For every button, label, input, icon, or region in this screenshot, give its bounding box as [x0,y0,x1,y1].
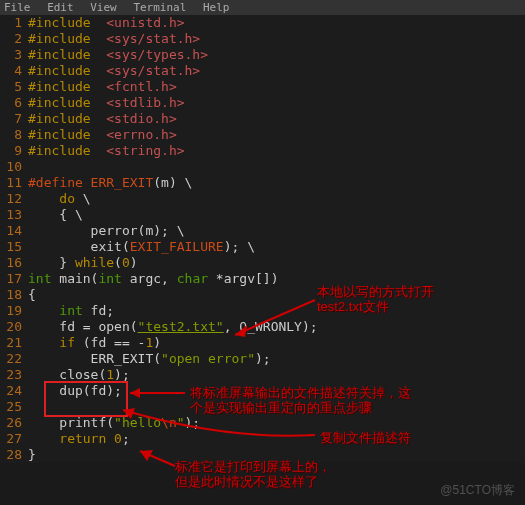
watermark: @51CTO博客 [440,482,515,499]
code-line: 19 int fd; [0,303,525,319]
code-content: do \ [28,191,91,207]
line-number: 9 [0,143,28,159]
menu-terminal[interactable]: Terminal [133,1,186,14]
line-number: 14 [0,223,28,239]
code-content: #include <stdlib.h> [28,95,185,111]
menu-bar: File Edit View Terminal Help [0,0,525,15]
line-number: 11 [0,175,28,191]
code-line: 24 dup(fd); [0,383,525,399]
line-number: 22 [0,351,28,367]
code-line: 3#include <sys/types.h> [0,47,525,63]
code-line: 14 perror(m); \ [0,223,525,239]
code-content: fd = open("test2.txt", O_WRONLY); [28,319,318,335]
menu-file[interactable]: File [4,1,31,14]
menu-help[interactable]: Help [203,1,230,14]
line-number: 19 [0,303,28,319]
code-line: 25 [0,399,525,415]
code-line: 1#include <unistd.h> [0,15,525,31]
line-number: 2 [0,31,28,47]
line-number: 28 [0,447,28,463]
code-content: #include <errno.h> [28,127,177,143]
code-line: 15 exit(EXIT_FAILURE); \ [0,239,525,255]
code-line: 10 [0,159,525,175]
line-number: 16 [0,255,28,271]
code-content: printf("hello\n"); [28,415,200,431]
code-content: int main(int argc, char *argv[]) [28,271,279,287]
line-number: 21 [0,335,28,351]
line-number: 6 [0,95,28,111]
code-content: #include <sys/stat.h> [28,63,200,79]
code-line: 12 do \ [0,191,525,207]
code-line: 17int main(int argc, char *argv[]) [0,271,525,287]
line-number: 7 [0,111,28,127]
code-line: 26 printf("hello\n"); [0,415,525,431]
code-content: #include <string.h> [28,143,185,159]
line-number: 3 [0,47,28,63]
line-number: 8 [0,127,28,143]
line-number: 1 [0,15,28,31]
code-content: { [28,287,36,303]
line-number: 26 [0,415,28,431]
code-content: #include <unistd.h> [28,15,185,31]
menu-view[interactable]: View [90,1,117,14]
line-number: 20 [0,319,28,335]
code-content: ERR_EXIT("open error"); [28,351,271,367]
line-number: 15 [0,239,28,255]
line-number: 27 [0,431,28,447]
code-line: 5#include <fcntl.h> [0,79,525,95]
code-line: 8#include <errno.h> [0,127,525,143]
code-editor[interactable]: 1#include <unistd.h>2#include <sys/stat.… [0,15,525,463]
code-line: 18{ [0,287,525,303]
line-number: 12 [0,191,28,207]
code-line: 7#include <stdio.h> [0,111,525,127]
line-number: 13 [0,207,28,223]
code-content: #include <sys/types.h> [28,47,208,63]
code-line: 2#include <sys/stat.h> [0,31,525,47]
line-number: 24 [0,383,28,399]
code-line: 28} [0,447,525,463]
code-line: 4#include <sys/stat.h> [0,63,525,79]
code-content: #include <fcntl.h> [28,79,177,95]
code-content: perror(m); \ [28,223,185,239]
code-line: 21 if (fd == -1) [0,335,525,351]
code-line: 11#define ERR_EXIT(m) \ [0,175,525,191]
code-content: } while(0) [28,255,138,271]
line-number: 5 [0,79,28,95]
code-line: 6#include <stdlib.h> [0,95,525,111]
code-content: #include <sys/stat.h> [28,31,200,47]
line-number: 18 [0,287,28,303]
code-line: 9#include <string.h> [0,143,525,159]
code-content: { \ [28,207,83,223]
code-content: #define ERR_EXIT(m) \ [28,175,192,191]
code-line: 16 } while(0) [0,255,525,271]
code-content: } [28,447,36,463]
code-content: close(1); [28,367,130,383]
annotation-printf: 标准它是打印到屏幕上的， 但是此时情况不是这样了 [175,459,331,489]
code-content: exit(EXIT_FAILURE); \ [28,239,255,255]
line-number: 23 [0,367,28,383]
line-number: 17 [0,271,28,287]
code-content: #include <stdio.h> [28,111,177,127]
code-content: return 0; [28,431,130,447]
code-content: if (fd == -1) [28,335,161,351]
line-number: 4 [0,63,28,79]
menu-edit[interactable]: Edit [47,1,74,14]
code-line: 22 ERR_EXIT("open error"); [0,351,525,367]
line-number: 10 [0,159,28,175]
code-line: 23 close(1); [0,367,525,383]
line-number: 25 [0,399,28,415]
code-line: 27 return 0; [0,431,525,447]
code-content: int fd; [28,303,114,319]
code-line: 13 { \ [0,207,525,223]
code-line: 20 fd = open("test2.txt", O_WRONLY); [0,319,525,335]
code-content: dup(fd); [28,383,122,399]
